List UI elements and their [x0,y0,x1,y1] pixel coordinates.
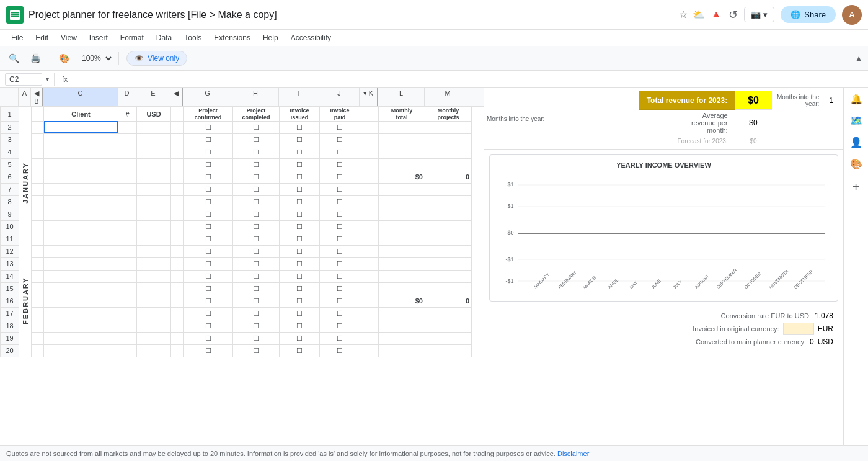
share-icon: 🌐 [790,10,800,19]
menu-view[interactable]: View [56,32,82,43]
zoom-select[interactable]: 100% 75% 125% [77,52,113,65]
meet-button[interactable]: 📷 ▾ [744,7,774,22]
monthly-projects-header: Monthlyprojects [425,107,472,122]
add-sidebar-icon[interactable]: + [852,180,860,194]
months-into-year-label2: Months into theyear: [771,91,824,110]
col-header-e[interactable]: E [136,88,170,106]
col-header-b[interactable]: ◀ B [31,88,43,106]
paint-format-button[interactable]: 🎨 [55,51,73,66]
right-panel: Months into the year: Total revenue for … [484,88,843,445]
status-text: Quotes are not sourced from all markets … [6,450,556,457]
spreadsheet-area: A ◀ B C D E ◀ G H I J ▾ K L M [0,88,484,445]
contacts-icon[interactable]: 👤 [850,137,862,148]
col-header-c[interactable]: C [43,88,118,106]
menu-edit[interactable]: Edit [30,32,53,43]
palette-icon[interactable]: 🎨 [850,158,862,170]
menu-accessibility[interactable]: Accessibility [286,32,336,43]
eye-icon: 👁️ [135,54,144,63]
notifications-icon[interactable]: 🔔 [850,93,862,105]
table-row: 13 ☐ ☐ ☐ ☐ [1,257,472,270]
table-row: 4 ☐ ☐ ☐ ☐ [1,146,472,158]
history-button[interactable]: ↺ [728,8,738,22]
conv-converted-row: Converted to main planner currency: 0 US… [489,338,833,346]
spreadsheet-grid: 1 Client # USD Projectconfirmed Projectc… [0,107,472,357]
search-button[interactable]: 🔍 [5,51,23,66]
maps-icon[interactable]: 🗺️ [850,115,862,127]
total-revenue-area: Months into the year: Total revenue for … [484,88,843,150]
cell-ref-dropdown[interactable]: ▾ [46,76,49,83]
yearly-income-chart: YEARLY INCOME OVERVIEW $1 $1 $0 -$1 -$1 … [489,154,838,302]
invoice-issued-header: Invoiceissued [280,107,320,122]
col-header-i[interactable]: I [279,88,319,106]
client-header: Client [44,107,118,122]
view-only-button[interactable]: 👁️ View only [126,51,187,66]
svg-text:SEPTEMBER: SEPTEMBER [715,267,737,289]
svg-text:MAY: MAY [629,280,639,290]
table-row: 18 ☐ ☐ ☐ ☐ [1,320,472,332]
months-value: 1 [824,91,838,110]
table-row: 11 ☐ ☐ ☐ ☐ [1,233,472,245]
col-header-f[interactable]: ◀ [170,88,183,106]
col-header-m[interactable]: M [425,88,471,106]
avatar[interactable]: A [842,5,862,25]
february-total: $0 [379,295,425,307]
share-button[interactable]: 🌐 Share [781,6,836,23]
col-header-k[interactable]: ▾ K [360,88,378,106]
print-button[interactable]: 🖨️ [27,51,45,66]
title-icons: ☆ ⛅ 🔺 [679,9,722,20]
menu-insert[interactable]: Insert [84,32,113,43]
menu-data[interactable]: Data [151,32,177,43]
menu-file[interactable]: File [6,32,28,43]
conv-rate-value: 1.078 [815,311,833,320]
menu-format[interactable]: Format [115,32,149,43]
drive-icon[interactable]: 🔺 [710,9,722,20]
toolbar-separator [50,52,50,65]
conv-invoiced-label: Invoiced in original currency: [693,325,779,333]
svg-text:JULY: JULY [672,279,683,290]
selected-cell-c2[interactable] [44,121,118,133]
menu-extensions[interactable]: Extensions [209,32,255,43]
table-row: 20 ☐ ☐ ☐ ☐ [1,344,472,357]
col-header-a[interactable]: A [19,88,31,106]
star-icon[interactable]: ☆ [679,9,688,20]
hash-header: # [118,107,137,122]
table-row: 16 ☐ ☐ ☐ ☐ $0 0 [1,295,472,307]
grid-scroll[interactable]: 1 Client # USD Projectconfirmed Projectc… [0,107,484,445]
cloud-icon[interactable]: ⛅ [693,9,705,20]
col-header-d[interactable]: D [118,88,136,106]
svg-text:FEBRUARY: FEBRUARY [557,270,577,290]
february-projects: 0 [425,295,472,307]
disclaimer-link[interactable]: Disclaimer [557,450,589,457]
conv-rate-row: Conversion rate EUR to USD: 1.078 [489,311,833,320]
fx-icon: fx [62,75,68,84]
col-header-j[interactable]: J [319,88,360,106]
menu-help[interactable]: Help [258,32,283,43]
total-revenue-table: Total revenue for 2023: $0 Months into t… [639,91,838,146]
cell-reference[interactable]: C2 [5,73,42,86]
col-header-g[interactable]: G [183,88,232,106]
formula-input[interactable] [71,74,863,85]
conv-rate-label: Conversion rate EUR to USD: [720,312,811,320]
table-row: 8 ☐ ☐ ☐ ☐ [1,195,472,208]
menu-tools[interactable]: Tools [179,32,206,43]
col-header-l[interactable]: L [378,88,425,106]
table-row: 12 FEBRUARY ☐ ☐ ☐ ☐ [1,245,472,257]
svg-text:$1: $1 [507,181,513,187]
chart-title: YEARLY INCOME OVERVIEW [495,161,833,169]
invoice-paid-header: Invoicepaid [320,107,360,122]
document-title: Project planner for freelance writers [F… [29,9,679,20]
right-controls: ↺ 📷 ▾ 🌐 Share A [728,5,862,25]
conv-invoiced-row: Invoiced in original currency: EUR [489,323,833,335]
conv-converted-value: 0 [810,338,814,346]
table-row: 17 ☐ ☐ ☐ ☐ [1,307,472,320]
table-row: 1 Client # USD Projectconfirmed Projectc… [1,107,472,122]
col-header-h[interactable]: H [232,88,279,106]
collapse-toolbar-button[interactable]: ▲ [854,53,863,63]
title-bar: Project planner for freelance writers [F… [0,0,868,30]
conv-invoiced-input[interactable] [783,323,814,335]
menu-bar: File Edit View Insert Format Data Tools … [0,30,868,46]
app-icon[interactable] [6,6,24,24]
toolbar-separator-2 [118,52,119,65]
svg-rect-2 [11,14,19,16]
table-row: 15 ☐ ☐ ☐ ☐ [1,282,472,295]
